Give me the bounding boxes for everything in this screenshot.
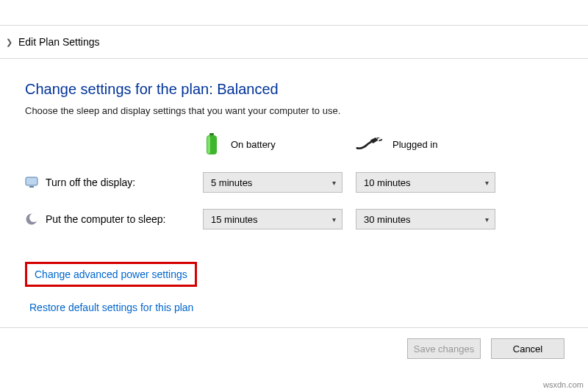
breadcrumb[interactable]: ❯ Edit Plan Settings	[0, 26, 588, 59]
footer-divider	[0, 327, 588, 328]
select-sleep-battery[interactable]: 15 minutes ▾	[203, 209, 343, 229]
chevron-down-icon: ▾	[485, 179, 489, 187]
chevron-right-icon: ❯	[6, 38, 12, 47]
svg-rect-0	[209, 133, 214, 135]
row-display-text: Turn off the display:	[46, 177, 135, 188]
svg-line-3	[377, 138, 381, 138]
select-sleep-plugged[interactable]: 30 minutes ▾	[356, 209, 495, 229]
chevron-down-icon: ▾	[332, 179, 336, 187]
svg-rect-2	[207, 136, 210, 154]
footer-buttons: Save changes Cancel	[407, 338, 564, 359]
select-display-plugged-value: 10 minutes	[364, 177, 411, 188]
battery-icon	[203, 132, 220, 156]
svg-point-8	[29, 213, 38, 222]
row-display-label: Turn off the display:	[25, 176, 190, 189]
select-display-plugged[interactable]: 10 minutes ▾	[356, 172, 495, 193]
chevron-down-icon: ▾	[332, 215, 336, 224]
main-content: Change settings for the plan: Balanced C…	[0, 59, 588, 318]
monitor-icon	[25, 176, 38, 189]
moon-icon	[25, 213, 38, 226]
watermark: wsxdn.com	[543, 380, 584, 389]
link-restore-defaults[interactable]: Restore default settings for this plan	[25, 297, 198, 318]
svg-line-4	[379, 140, 383, 141]
svg-rect-5	[26, 177, 37, 185]
top-divider	[0, 0, 588, 26]
settings-grid: On battery Plugged in Turn off the di	[25, 132, 563, 229]
save-button: Save changes	[407, 338, 481, 359]
breadcrumb-title: Edit Plan Settings	[18, 36, 100, 48]
page-subtext: Choose the sleep and display settings th…	[25, 105, 563, 116]
links-section: Change advanced power settings Restore d…	[25, 262, 563, 318]
plug-icon	[356, 137, 382, 152]
column-header-battery-label: On battery	[231, 139, 276, 150]
row-sleep-label: Put the computer to sleep:	[25, 213, 190, 226]
column-header-plugged: Plugged in	[356, 137, 495, 152]
select-sleep-plugged-value: 30 minutes	[364, 214, 411, 225]
column-header-plugged-label: Plugged in	[392, 139, 437, 150]
page-title: Change settings for the plan: Balanced	[25, 81, 563, 98]
select-sleep-battery-value: 15 minutes	[211, 214, 258, 225]
svg-rect-6	[29, 186, 34, 188]
chevron-down-icon: ▾	[485, 215, 489, 224]
cancel-button[interactable]: Cancel	[491, 338, 564, 359]
row-sleep-text: Put the computer to sleep:	[46, 213, 165, 225]
link-advanced-power-settings[interactable]: Change advanced power settings	[25, 262, 197, 287]
select-display-battery[interactable]: 5 minutes ▾	[203, 172, 343, 193]
select-display-battery-value: 5 minutes	[211, 177, 252, 188]
column-header-battery: On battery	[203, 132, 343, 156]
